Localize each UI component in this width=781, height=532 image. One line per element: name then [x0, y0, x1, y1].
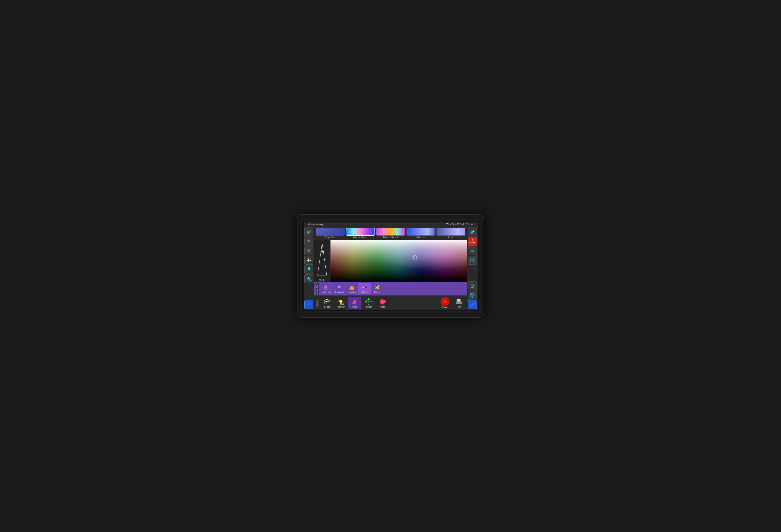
btn-color[interactable]: Color [348, 297, 361, 309]
tool-attributes[interactable]: Attributes [321, 283, 333, 294]
svg-rect-26 [365, 287, 366, 289]
bowl-button[interactable] [468, 246, 477, 255]
svg-rect-24 [363, 287, 364, 289]
intensity-label: Intensity [337, 306, 344, 308]
svg-rect-28 [367, 287, 367, 289]
zoom-out-button[interactable] [304, 246, 314, 255]
tab-spread[interactable]: Spread [437, 228, 465, 238]
svg-rect-16 [324, 288, 327, 289]
color-cursor[interactable] [413, 255, 417, 260]
tab-spread-label: Spread [447, 236, 454, 238]
color-icon [351, 298, 359, 306]
svg-rect-61 [456, 302, 462, 303]
svg-rect-23 [363, 287, 363, 289]
width-slider[interactable] [315, 241, 329, 278]
svg-line-9 [309, 251, 311, 252]
btn-play[interactable]: Play [452, 297, 465, 309]
swatch-rainbow-mirror-r [376, 228, 405, 236]
tab-rainbow-mirror-l[interactable]: Rainbow Mirror L [346, 228, 375, 238]
airplane-button[interactable] [304, 256, 314, 265]
capt-number: 3 [471, 238, 473, 241]
swatch-spread [437, 228, 465, 236]
zoom-in-button[interactable] [304, 237, 314, 246]
color-tools-bar: Color Tools Attribut [314, 282, 467, 296]
svg-point-29 [378, 285, 379, 286]
wrench-button[interactable] [304, 274, 314, 283]
location-label: Museum (---) [308, 223, 323, 226]
width-panel: Width [314, 240, 330, 282]
tool-libraries[interactable]: Libraries [346, 283, 358, 294]
btn-shape[interactable]: Shape [376, 297, 389, 309]
tab-rainbow[interactable]: Rainbow [406, 228, 435, 238]
right-sidebar: 3 CAPT [467, 227, 478, 310]
svg-point-31 [325, 299, 327, 302]
gradient-black [330, 240, 467, 282]
btn-record[interactable]: Record [439, 296, 452, 309]
libraries-icon [348, 284, 356, 291]
add-fixture-button[interactable] [468, 227, 477, 236]
swatch-rainbow [406, 228, 435, 236]
width-label: Width [319, 279, 325, 281]
pin-button[interactable] [304, 265, 314, 274]
svg-marker-46 [367, 304, 370, 305]
svg-rect-17 [324, 289, 326, 289]
svg-marker-47 [365, 300, 367, 303]
advanced-icon [336, 284, 343, 291]
remove-fixture-button[interactable] [304, 227, 314, 236]
intensity-icon [337, 298, 345, 306]
capture-button[interactable]: 3 CAPT [468, 237, 477, 246]
palette-tabs: Single Color Rainbow Mirror L Rainbow Mi… [314, 227, 467, 240]
btn-intensity[interactable]: Intensity [334, 297, 347, 309]
svg-point-34 [339, 300, 342, 303]
svg-point-32 [327, 299, 329, 302]
tab-rainbow-mirror-r[interactable]: Rainbow Mirror R [376, 228, 405, 238]
attributes-icon [323, 284, 330, 291]
svg-rect-22 [362, 287, 363, 289]
color-picker-area[interactable] [330, 240, 467, 282]
control-label: Control [316, 299, 319, 307]
play-label: Play [457, 306, 461, 308]
svg-line-39 [338, 299, 339, 299]
record-label: Record [442, 306, 448, 308]
main-area: Single Color Rainbow Mirror L Rainbow Mi… [303, 227, 478, 310]
tab-single-color[interactable]: Single Color [316, 228, 345, 238]
svg-point-49 [368, 301, 369, 303]
svg-rect-44 [354, 303, 356, 304]
svg-rect-25 [364, 287, 365, 289]
tool-advanced[interactable]: Advanced [333, 283, 345, 294]
up-arrow-button[interactable] [304, 300, 314, 309]
tab-rainbow-mirror-l-label: Rainbow Mirror L [353, 236, 368, 238]
select-icon [323, 298, 331, 306]
libraries-label: Libraries [348, 291, 356, 294]
color-tools-label: Color Tools [316, 283, 319, 295]
svg-point-69 [470, 251, 474, 252]
tool-picker[interactable]: Picker [359, 283, 371, 294]
svg-point-30 [378, 287, 379, 287]
position-label: Position [365, 306, 372, 308]
help-button[interactable] [468, 291, 477, 300]
swatch-single-color [316, 228, 345, 236]
shape-icon [378, 298, 386, 306]
color-label: Color [352, 306, 357, 308]
edit-button[interactable] [468, 300, 477, 309]
picker-label: Picker [362, 291, 367, 294]
color-editor: Width [314, 240, 467, 282]
record-icon [441, 297, 450, 306]
svg-point-18 [339, 287, 340, 288]
svg-rect-64 [471, 233, 472, 234]
swatch-rainbow-mirror-l [346, 228, 375, 236]
position-icon [365, 298, 373, 306]
info-button[interactable] [468, 256, 477, 265]
shape-label: Shape [379, 306, 385, 308]
btn-select[interactable]: Select [321, 297, 334, 309]
tool-effects[interactable]: Effects [371, 283, 383, 294]
svg-point-33 [325, 302, 327, 304]
btn-position[interactable]: Position [362, 297, 375, 309]
undo-button[interactable] [468, 281, 477, 291]
advanced-label: Advanced [335, 291, 344, 294]
attributes-label: Attributes [322, 291, 331, 294]
capt-label: CAPT [469, 241, 476, 244]
svg-rect-42 [340, 304, 342, 305]
tab-rainbow-label: Rainbow [417, 236, 425, 238]
svg-rect-41 [340, 303, 342, 304]
